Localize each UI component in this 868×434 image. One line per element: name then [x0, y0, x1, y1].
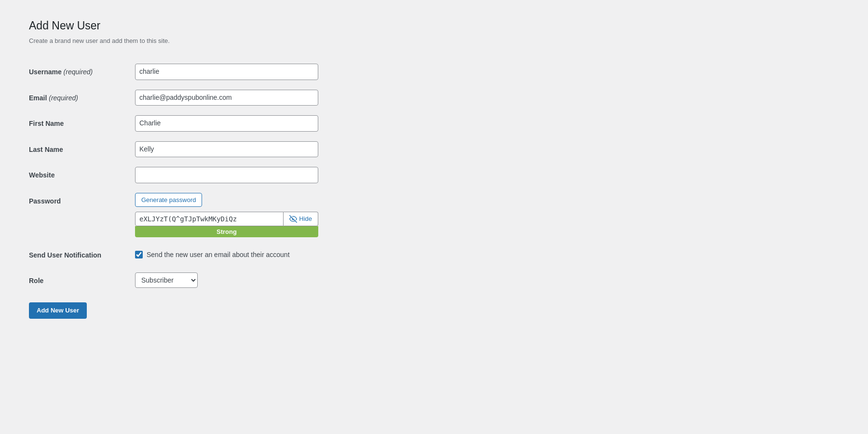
submit-section: Add New User	[29, 302, 839, 319]
website-input[interactable]	[135, 167, 318, 183]
email-required-note: (required)	[49, 94, 78, 102]
page-title: Add New User	[29, 19, 839, 32]
hide-label: Hide	[299, 215, 312, 222]
lastname-label: Last Name	[29, 146, 63, 153]
username-label: Username (required)	[29, 68, 93, 76]
username-required-note: (required)	[64, 68, 93, 76]
notification-row: Send User Notification Send the new user…	[29, 242, 463, 268]
password-label: Password	[29, 197, 61, 205]
eye-slash-icon	[289, 215, 297, 223]
password-row: Password Generate password Hide Strong	[29, 188, 463, 242]
page-subtitle: Create a brand new user and add them to …	[29, 37, 839, 44]
notification-checkbox[interactable]	[135, 251, 143, 258]
lastname-row: Last Name	[29, 136, 463, 163]
hide-password-button[interactable]: Hide	[284, 212, 318, 226]
password-strength-bar: Strong	[135, 226, 318, 237]
user-form: Username (required) Email (required)	[29, 59, 463, 293]
firstname-row: First Name	[29, 110, 463, 136]
password-input[interactable]	[135, 212, 284, 226]
role-row: Role Subscriber Contributor Author Edito…	[29, 268, 463, 293]
email-label: Email (required)	[29, 94, 78, 102]
generate-password-button[interactable]: Generate password	[135, 193, 202, 207]
website-row: Website	[29, 162, 463, 188]
firstname-input[interactable]	[135, 115, 318, 132]
password-field-container: Hide	[135, 212, 318, 226]
website-label: Website	[29, 171, 54, 179]
email-row: Email (required)	[29, 85, 463, 111]
notification-text: Send the new user an email about their a…	[147, 251, 290, 258]
notification-container: Send the new user an email about their a…	[135, 251, 463, 258]
notification-label: Send User Notification	[29, 251, 101, 259]
lastname-input[interactable]	[135, 141, 318, 158]
role-label: Role	[29, 277, 43, 285]
add-new-user-button[interactable]: Add New User	[29, 302, 87, 319]
role-select[interactable]: Subscriber Contributor Author Editor Adm…	[135, 272, 198, 288]
email-input[interactable]	[135, 90, 318, 106]
firstname-label: First Name	[29, 120, 64, 127]
username-row: Username (required)	[29, 59, 463, 85]
username-input[interactable]	[135, 64, 318, 80]
